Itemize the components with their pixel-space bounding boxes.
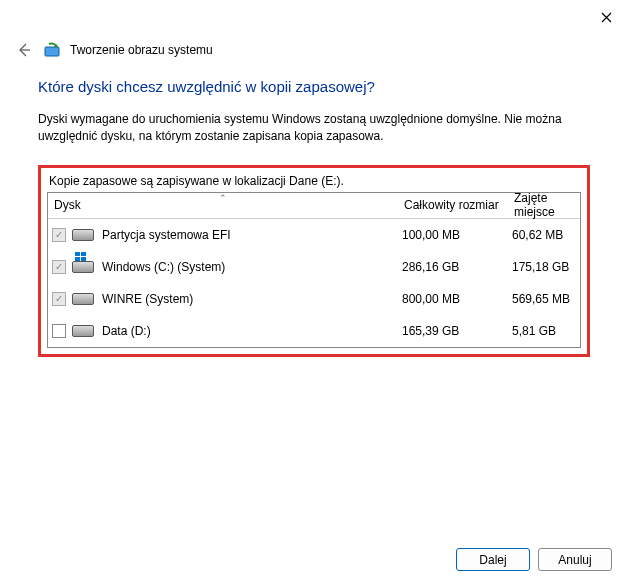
- total-size: 165,39 GB: [402, 324, 512, 338]
- disk-checkbox[interactable]: [52, 324, 66, 338]
- drive-icon: [72, 229, 94, 241]
- disk-cell: Partycja systemowa EFI: [52, 228, 402, 242]
- disk-checkbox: [52, 228, 66, 242]
- page-title: Tworzenie obrazu systemu: [70, 43, 213, 57]
- col-total[interactable]: Całkowity rozmiar: [398, 194, 508, 216]
- disk-name: Windows (C:) (System): [102, 260, 225, 274]
- used-space: 175,18 GB: [512, 260, 576, 274]
- total-size: 286,16 GB: [402, 260, 512, 274]
- col-disk[interactable]: Dysk ⌃: [48, 194, 398, 216]
- disk-checkbox: [52, 292, 66, 306]
- cancel-button[interactable]: Anuluj: [538, 548, 612, 571]
- table-row[interactable]: Windows (C:) (System)286,16 GB175,18 GB: [48, 251, 580, 283]
- disk-selection-box: Kopie zapasowe są zapisywane w lokalizac…: [38, 165, 590, 357]
- disk-cell: WINRE (System): [52, 292, 402, 306]
- drive-icon: [72, 293, 94, 305]
- backup-location-info: Kopie zapasowe są zapisywane w lokalizac…: [47, 172, 581, 192]
- windows-drive-icon: [72, 261, 94, 273]
- main-heading: Które dyski chcesz uwzględnić w kopii za…: [38, 78, 590, 95]
- table-row[interactable]: WINRE (System)800,00 MB569,65 MB: [48, 283, 580, 315]
- sort-indicator-icon: ⌃: [219, 193, 227, 203]
- disk-table: Dysk ⌃ Całkowity rozmiar Zajęte miejsce …: [47, 192, 581, 348]
- disk-name: Data (D:): [102, 324, 151, 338]
- close-icon[interactable]: [596, 7, 616, 27]
- col-used[interactable]: Zajęte miejsce: [508, 187, 580, 223]
- table-row[interactable]: Partycja systemowa EFI100,00 MB60,62 MB: [48, 219, 580, 251]
- content: Które dyski chcesz uwzględnić w kopii za…: [0, 74, 628, 357]
- used-space: 5,81 GB: [512, 324, 576, 338]
- col-disk-label: Dysk: [54, 198, 81, 212]
- description-text: Dyski wymagane do uruchomienia systemu W…: [38, 111, 590, 145]
- disk-cell: Windows (C:) (System): [52, 260, 402, 274]
- svg-rect-0: [45, 47, 59, 56]
- disk-name: WINRE (System): [102, 292, 193, 306]
- disk-name: Partycja systemowa EFI: [102, 228, 231, 242]
- drive-icon: [72, 325, 94, 337]
- next-button[interactable]: Dalej: [456, 548, 530, 571]
- table-row[interactable]: Data (D:)165,39 GB5,81 GB: [48, 315, 580, 347]
- header-row: Tworzenie obrazu systemu: [0, 34, 628, 74]
- used-space: 60,62 MB: [512, 228, 576, 242]
- disk-cell: Data (D:): [52, 324, 402, 338]
- titlebar: [0, 0, 628, 34]
- back-arrow-icon[interactable]: [14, 40, 34, 60]
- table-header: Dysk ⌃ Całkowity rozmiar Zajęte miejsce: [48, 193, 580, 219]
- total-size: 100,00 MB: [402, 228, 512, 242]
- used-space: 569,65 MB: [512, 292, 576, 306]
- app-icon: [44, 42, 60, 58]
- disk-checkbox: [52, 260, 66, 274]
- dialog-buttons: Dalej Anuluj: [456, 548, 612, 571]
- total-size: 800,00 MB: [402, 292, 512, 306]
